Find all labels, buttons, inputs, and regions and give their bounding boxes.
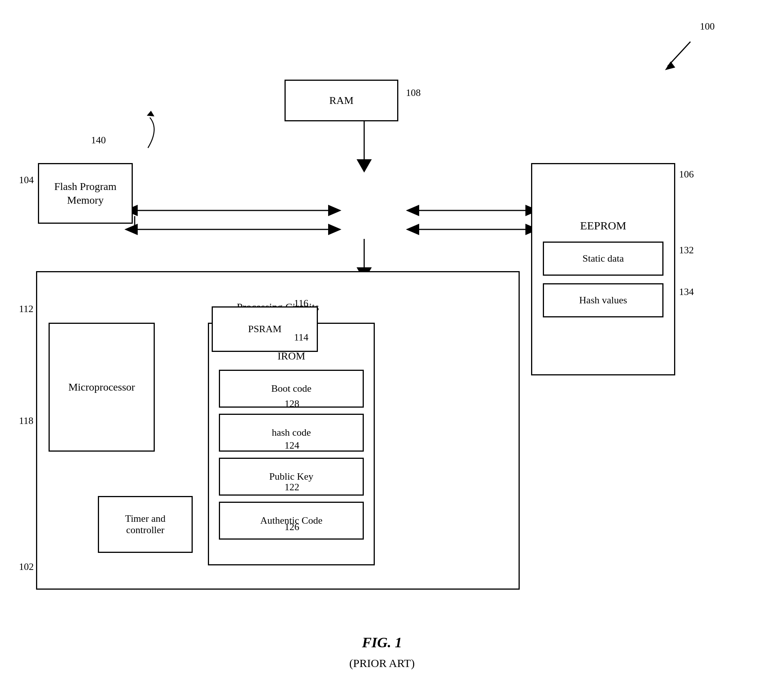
eeprom-label: EEPROM — [536, 215, 670, 240]
hash-values-label: Hash values — [579, 295, 627, 306]
ref-100: 100 — [700, 21, 715, 32]
svg-marker-1 — [665, 61, 675, 70]
boot-code-label: Boot code — [271, 383, 311, 394]
svg-marker-11 — [328, 205, 341, 216]
ref-132: 132 — [679, 245, 694, 256]
ref-118: 118 — [19, 415, 33, 427]
microprocessor-label: Microprocessor — [68, 381, 135, 393]
ref-128: 128 — [285, 398, 299, 410]
ref-102: 102 — [19, 561, 34, 573]
box-authentic-code: Authentic Code — [219, 502, 364, 540]
ref-116: 116 — [294, 298, 308, 309]
box-psram: PSRAM — [212, 306, 318, 352]
ref-108: 108 — [406, 87, 421, 99]
public-key-label: Public Key — [269, 471, 313, 482]
diagram: 100 RAM 108 Flash Program Memory 104 140… — [0, 0, 764, 700]
ref-112: 112 — [19, 303, 33, 315]
ref-104: 104 — [19, 174, 34, 186]
box-timer: Timer and controller — [98, 496, 193, 553]
ref-106: 106 — [679, 169, 694, 180]
box-hash-values: Hash values — [543, 283, 664, 317]
box-flash: Flash Program Memory — [38, 163, 133, 224]
svg-marker-18 — [406, 205, 419, 216]
ref-114: 114 — [294, 332, 308, 343]
svg-marker-21 — [406, 224, 419, 235]
flash-label: Flash Program Memory — [54, 180, 116, 207]
box-processing: Processing Circuits Microprocessor IROM … — [36, 271, 520, 590]
box-ram: RAM — [285, 80, 398, 121]
ref-124: 124 — [285, 440, 299, 451]
svg-marker-8 — [357, 159, 372, 173]
box-eeprom: EEPROM Static data Hash values — [531, 163, 675, 375]
psram-label: PSRAM — [248, 323, 281, 335]
hash-code-label: hash code — [272, 427, 311, 438]
ref-140: 140 — [91, 135, 106, 146]
static-data-label: Static data — [582, 253, 624, 264]
fig-title: FIG. 1 — [0, 634, 764, 651]
svg-marker-15 — [124, 224, 138, 235]
timer-label: Timer and controller — [125, 513, 166, 536]
box-microprocessor: Microprocessor — [49, 323, 155, 452]
ram-label: RAM — [329, 94, 354, 107]
box-static-data: Static data — [543, 242, 664, 276]
ref-134: 134 — [679, 286, 694, 298]
ref-122: 122 — [285, 482, 299, 493]
ref-126: 126 — [285, 521, 299, 533]
svg-line-0 — [668, 42, 690, 66]
svg-marker-14 — [328, 224, 341, 235]
fig-subtitle: (PRIOR ART) — [0, 657, 764, 670]
svg-marker-40 — [147, 111, 154, 116]
